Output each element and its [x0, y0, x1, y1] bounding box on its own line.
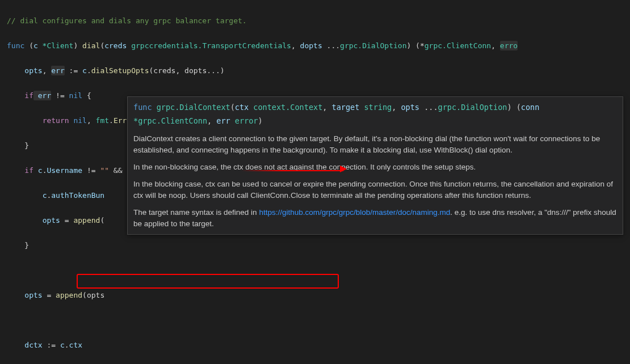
tooltip-signature: func grpc.DialContext(ctx context.Contex…	[133, 100, 617, 128]
code-line[interactable]	[7, 314, 623, 327]
code-line[interactable]: }	[7, 239, 623, 252]
comment: // dial configures and dials any grpc ba…	[7, 16, 247, 25]
keyword-func: func	[7, 41, 24, 50]
doc-link[interactable]: https://github.com/grpc/grpc/blob/master…	[259, 208, 450, 217]
tooltip-paragraph: The target name syntax is defined in htt…	[133, 207, 617, 230]
selection: erro	[500, 41, 518, 50]
tooltip-paragraph: In the blocking case, ctx can be used to…	[133, 179, 617, 201]
code-line[interactable]: func (c *Client) dial(creds grpccredenti…	[7, 40, 623, 52]
code-line[interactable]: dctx := c.ctx	[7, 339, 623, 352]
code-line[interactable]: opts, err := c.dialSetupOpts(creds, dopt…	[7, 65, 623, 77]
code-line[interactable]: // dial configures and dials any grpc ba…	[7, 15, 623, 27]
code-line[interactable]: opts = append(opts	[7, 289, 623, 302]
tooltip-paragraph: DialContext creates a client connection …	[133, 133, 617, 156]
tooltip-paragraph: In the non-blocking case, the ctx does n…	[133, 162, 617, 173]
code-line[interactable]	[7, 264, 623, 277]
func-name-dial: dial	[82, 41, 100, 50]
hover-tooltip[interactable]: func grpc.DialContext(ctx context.Contex…	[127, 96, 623, 235]
